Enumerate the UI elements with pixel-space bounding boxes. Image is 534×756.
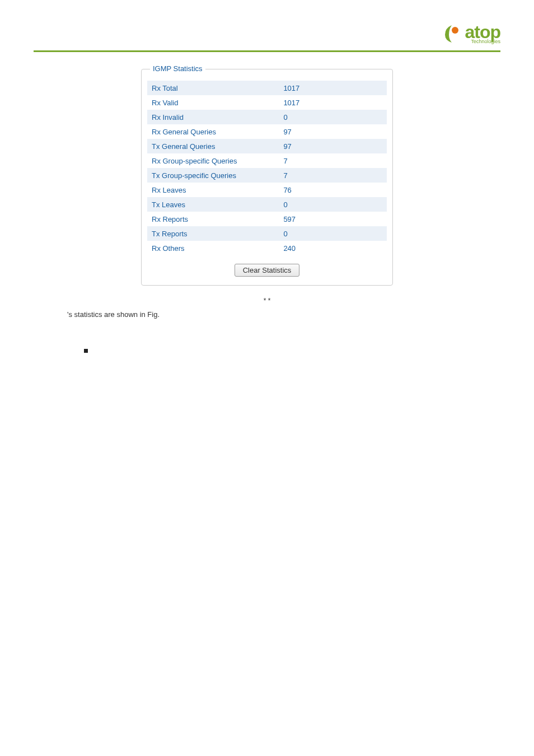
stat-label: Rx Reports: [147, 212, 279, 226]
table-row: Rx Total1017: [147, 81, 387, 95]
stat-value: 240: [279, 241, 387, 255]
logo-sub-text: Technologies: [465, 39, 500, 44]
stat-value: 1017: [279, 95, 387, 110]
stat-value: 76: [279, 183, 387, 197]
stat-label: Tx General Queries: [147, 139, 279, 153]
table-row: Tx Group-specific Queries7: [147, 168, 387, 183]
table-row: Rx General Queries97: [147, 124, 387, 139]
stat-value: 97: [279, 124, 387, 139]
stat-label: Rx Invalid: [147, 110, 279, 124]
stat-value: 0: [279, 197, 387, 212]
svg-point-0: [452, 27, 458, 34]
stat-label: Rx Leaves: [147, 183, 279, 197]
table-row: Rx Reports597: [147, 212, 387, 226]
table-row: Rx Leaves76: [147, 183, 387, 197]
stat-label: Rx Others: [147, 241, 279, 255]
panel-legend: IGMP Statistics: [150, 64, 205, 73]
stat-value: 1017: [279, 81, 387, 95]
stat-value: 7: [279, 168, 387, 183]
header-divider: [34, 50, 500, 52]
stat-value: 0: [279, 226, 387, 241]
table-row: Rx Group-specific Queries7: [147, 153, 387, 168]
table-row: Rx Valid1017: [147, 95, 387, 110]
statistics-table: Rx Total1017Rx Valid1017Rx Invalid0Rx Ge…: [147, 81, 387, 255]
logo-icon: [441, 22, 463, 45]
table-row: Rx Invalid0: [147, 110, 387, 124]
stat-value: 97: [279, 139, 387, 153]
logo: atop Technologies: [441, 22, 500, 45]
stat-label: Tx Leaves: [147, 197, 279, 212]
stat-label: Tx Group-specific Queries: [147, 168, 279, 183]
stat-label: Rx Total: [147, 81, 279, 95]
table-row: Tx Leaves0: [147, 197, 387, 212]
stat-label: Rx Valid: [147, 95, 279, 110]
stat-value: 7: [279, 153, 387, 168]
page-header: atop Technologies: [34, 22, 500, 45]
caption-markers: * *: [34, 297, 500, 305]
igmp-statistics-panel: IGMP Statistics Rx Total1017Rx Valid1017…: [141, 69, 393, 286]
table-row: Tx General Queries97: [147, 139, 387, 153]
clear-statistics-button[interactable]: Clear Statistics: [235, 264, 300, 277]
stat-value: 597: [279, 212, 387, 226]
table-row: Rx Others240: [147, 241, 387, 255]
table-row: Tx Reports0: [147, 226, 387, 241]
stat-label: Rx General Queries: [147, 124, 279, 139]
stat-label: Tx Reports: [147, 226, 279, 241]
stat-label: Rx Group-specific Queries: [147, 153, 279, 168]
body-text: 's statistics are shown in Fig.: [67, 310, 467, 319]
stat-value: 0: [279, 110, 387, 124]
